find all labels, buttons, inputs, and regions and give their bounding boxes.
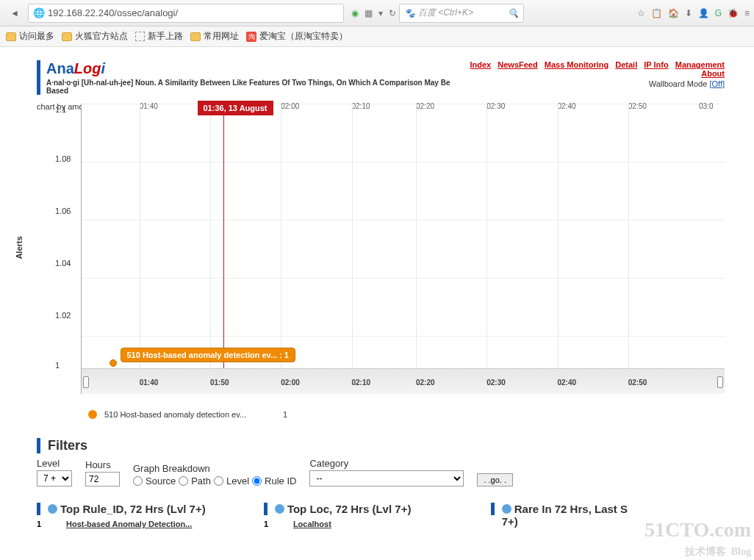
- wallboard-mode: Wallboard Mode [Off]: [451, 79, 725, 88]
- wallboard-toggle[interactable]: [Off]: [709, 79, 725, 88]
- app-title-block: AnaLogi A·nal·o·gi [Uh-nal-uh-jee] Noun.…: [37, 60, 451, 95]
- bookmarks-bar: 访问最多 火狐官方站点 新手上路 常用网址 淘爱淘宝（原淘宝特卖）: [0, 26, 754, 47]
- y-tick: 1: [55, 361, 60, 370]
- app-subtitle: A·nal·o·gi [Uh-nal-uh-jee] Noun. A Simil…: [46, 79, 451, 95]
- shield-icon[interactable]: ◉: [351, 8, 359, 18]
- y-tick: 1.1: [55, 105, 66, 114]
- breakdown-path[interactable]: [179, 476, 188, 486]
- nav-links: Index NewsFeed Mass Monitoring Detail IP…: [451, 60, 725, 78]
- nav-detail[interactable]: Detail: [615, 60, 637, 69]
- info-icon: [502, 504, 511, 514]
- x-top-tick: 03:0: [699, 102, 713, 110]
- x-bot-tick: 02:50: [628, 378, 647, 387]
- timeline-band[interactable]: 01:40 01:50 02:00 02:10 02:20 02:30 02:4…: [82, 368, 725, 394]
- nav-ipinfo[interactable]: IP Info: [644, 60, 668, 69]
- menu-icon[interactable]: ≡: [744, 8, 750, 18]
- url-bar[interactable]: 🌐 192.168.22.240/ossec/analogi/: [28, 4, 344, 23]
- info-icon: [275, 504, 284, 514]
- hours-input[interactable]: [85, 472, 120, 487]
- x-top-tick: 02:30: [486, 102, 505, 110]
- back-button[interactable]: ◄: [4, 3, 25, 24]
- x-top-tick: 02:10: [352, 102, 370, 110]
- app-title: AnaLogi: [46, 60, 451, 77]
- x-top-tick: 02:50: [628, 102, 647, 110]
- x-top-tick: 02:40: [558, 102, 576, 110]
- nav-about[interactable]: About: [701, 69, 725, 78]
- x-bot-tick: 02:40: [558, 378, 577, 387]
- chart-area: chart by amcharts.com Alerts 1.1 1.08 1.…: [37, 104, 725, 419]
- timeline-handle-left[interactable]: [83, 376, 89, 388]
- x-bot-tick: 02:00: [281, 378, 300, 387]
- bookmark-most[interactable]: 访问最多: [6, 30, 54, 43]
- filters-row: Level 7 + Hours Graph Breakdown Source P…: [37, 458, 725, 487]
- bookmark-firefox[interactable]: 火狐官方站点: [62, 30, 128, 43]
- search-icon[interactable]: 🔍: [508, 8, 519, 18]
- legend-label: 510 Host-based anomaly detection ev...: [104, 410, 246, 419]
- star-icon[interactable]: ☆: [637, 8, 645, 18]
- panel2-link[interactable]: Localhost: [293, 520, 331, 528]
- y-tick: 1.08: [55, 154, 71, 163]
- category-label: Category: [309, 458, 464, 469]
- search-placeholder: 百度 <Ctrl+K>: [418, 7, 473, 19]
- y-axis-label: Alerts: [15, 236, 24, 259]
- cursor-line: [223, 104, 224, 368]
- globe-icon: 🌐: [33, 7, 45, 18]
- browser-toolbar: ◄ 🌐 192.168.22.240/ossec/analogi/ ◉ ▦ ▾ …: [0, 0, 754, 26]
- taobao-icon: 淘: [246, 32, 256, 42]
- legend-value: 1: [283, 410, 287, 419]
- data-point[interactable]: [109, 359, 117, 367]
- breakdown-level[interactable]: [214, 476, 223, 486]
- panel1-count: 1: [37, 520, 44, 528]
- clipboard-icon[interactable]: 📋: [651, 8, 662, 18]
- bookmark-taobao[interactable]: 淘爱淘宝（原淘宝特卖）: [246, 30, 348, 43]
- level-label: Level: [37, 458, 72, 469]
- download-icon[interactable]: ⬇: [685, 8, 692, 18]
- nav-index[interactable]: Index: [470, 60, 492, 69]
- x-bot-tick: 01:40: [140, 378, 159, 387]
- go-button[interactable]: . .go. .: [477, 473, 513, 487]
- url-text: 192.168.22.240/ossec/analogi/: [48, 7, 178, 18]
- nav-management[interactable]: Management: [675, 60, 725, 69]
- qr-icon[interactable]: ▦: [365, 8, 373, 18]
- bookmark-newbie[interactable]: 新手上路: [135, 30, 183, 43]
- chart[interactable]: 1.1 1.08 1.06 1.04 1.02 1 01:40 02:00 02…: [81, 104, 725, 394]
- bookmark-common[interactable]: 常用网址: [190, 30, 239, 43]
- hours-label: Hours: [85, 459, 120, 470]
- page-content: AnaLogi A·nal·o·gi [Uh-nal-uh-jee] Noun.…: [0, 47, 754, 528]
- paw-icon: 🐾: [404, 8, 415, 18]
- breakdown-ruleid[interactable]: [252, 476, 262, 486]
- y-tick: 1.06: [55, 207, 71, 215]
- panel3-header: Rare In 72 Hrs, Last S: [491, 503, 718, 515]
- x-bot-tick: 02:20: [416, 378, 435, 387]
- nav-mass[interactable]: Mass Monitoring: [545, 60, 608, 69]
- y-tick: 1.04: [55, 259, 71, 268]
- bug-icon[interactable]: 🐞: [728, 8, 739, 18]
- nav-newsfeed[interactable]: NewsFeed: [498, 60, 537, 69]
- panel1-header: Top Rule_ID, 72 Hrs (Lvl 7+): [37, 503, 264, 515]
- level-select[interactable]: 7 +: [37, 470, 72, 487]
- panel1-link[interactable]: Host-based Anomaly Detection...: [66, 520, 192, 528]
- g-icon[interactable]: G: [715, 8, 722, 18]
- reload-icon[interactable]: ↻: [389, 8, 396, 18]
- x-bot-tick: 02:30: [486, 378, 506, 387]
- x-top-tick: 02:00: [281, 102, 299, 110]
- timeline-handle-right[interactable]: [717, 376, 723, 388]
- search-bar[interactable]: 🐾 百度 <Ctrl+K> 🔍: [399, 4, 524, 23]
- category-select[interactable]: --: [309, 470, 464, 487]
- legend-dot-icon: [88, 410, 97, 419]
- chart-legend: 510 Host-based anomaly detection ev... 1: [88, 410, 725, 419]
- url-right-icons: ◉ ▦ ▾ ↻: [351, 8, 396, 18]
- y-tick: 1.02: [55, 311, 71, 320]
- x-bot-tick: 02:10: [352, 378, 371, 387]
- home-icon[interactable]: 🏠: [668, 8, 679, 18]
- dropdown-icon[interactable]: ▾: [378, 8, 383, 18]
- panels-row: Top Rule_ID, 72 Hrs (Lvl 7+) 1Host-based…: [37, 503, 725, 528]
- x-top-tick: 02:20: [416, 102, 434, 110]
- x-top-tick: 01:40: [140, 102, 158, 110]
- breakdown-source[interactable]: [133, 476, 143, 486]
- folder-icon: [6, 32, 16, 41]
- user-icon[interactable]: 👤: [698, 8, 709, 18]
- watermark: 51CTO.com 技术博客 Blog: [645, 520, 751, 557]
- x-bot-tick: 01:50: [210, 378, 229, 387]
- data-tooltip: 510 Host-based anomaly detection ev... :…: [121, 348, 295, 362]
